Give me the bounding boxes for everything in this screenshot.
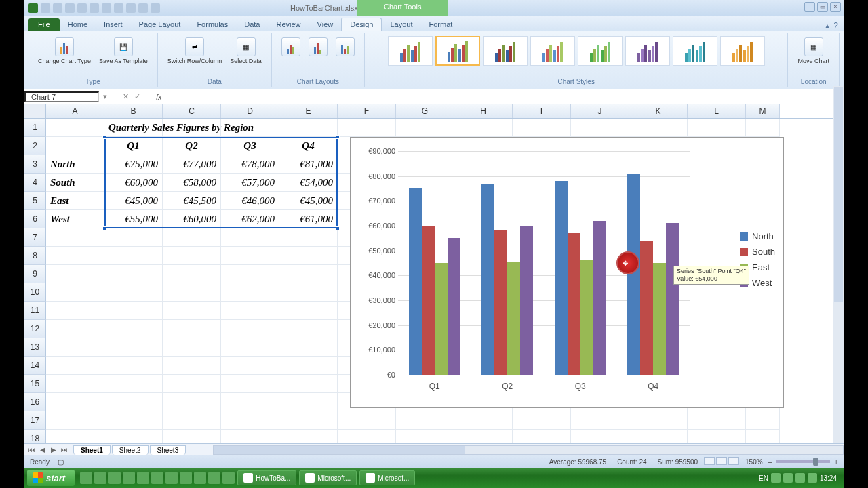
tab-data[interactable]: Data	[236, 18, 268, 30]
bar-West-Q3[interactable]	[593, 221, 606, 375]
cell-E7[interactable]	[279, 228, 338, 247]
row-header-6[interactable]: 6	[24, 210, 46, 228]
row-header-12[interactable]: 12	[24, 320, 46, 338]
prev-sheet-button[interactable]: ◀	[38, 446, 47, 453]
embedded-chart[interactable]: €0€10,000€20,000€30,000€40,000€50,000€60…	[350, 137, 784, 408]
cell-D1[interactable]	[221, 119, 279, 137]
view-buttons[interactable]	[703, 457, 740, 466]
zoom-slider[interactable]	[776, 460, 830, 463]
cell-B8[interactable]	[104, 247, 163, 265]
cell-A10[interactable]	[46, 283, 104, 302]
cell-E11[interactable]	[279, 302, 338, 320]
col-header-F[interactable]: F	[338, 104, 396, 118]
cell-A6[interactable]: West	[46, 210, 104, 228]
chart-style-8[interactable]	[720, 36, 765, 66]
bar-North-Q1[interactable]	[409, 188, 422, 375]
cell-B16[interactable]	[104, 393, 163, 411]
next-sheet-button[interactable]: ▶	[49, 446, 58, 453]
cell-C8[interactable]	[163, 247, 221, 265]
bar-North-Q3[interactable]	[555, 181, 568, 375]
cell-B13[interactable]	[104, 338, 163, 357]
cell-K17[interactable]	[629, 411, 688, 430]
select-all-corner[interactable]	[24, 104, 46, 118]
cell-C11[interactable]	[163, 302, 221, 320]
row-header-1[interactable]: 1	[24, 119, 46, 137]
cell-C1[interactable]	[163, 119, 221, 137]
legend-item-South[interactable]: South	[740, 247, 775, 257]
cell-E2[interactable]: Q4	[279, 137, 338, 155]
cell-E14[interactable]	[279, 357, 338, 375]
cell-A17[interactable]	[46, 411, 104, 430]
row-header-2[interactable]: 2	[24, 137, 46, 155]
horizontal-scrollbar[interactable]	[213, 445, 844, 455]
cell-C13[interactable]	[163, 338, 221, 357]
bar-South-Q4[interactable]	[640, 241, 653, 375]
bar-South-Q2[interactable]	[494, 230, 507, 375]
cell-A11[interactable]	[46, 302, 104, 320]
close-button[interactable]: ×	[830, 2, 841, 12]
cell-E17[interactable]	[279, 411, 338, 430]
worksheet-grid[interactable]: ABCDEFGHIJKLM 12345678910111213141516171…	[24, 104, 844, 450]
task-item-1[interactable]: HowToBa...	[237, 470, 296, 485]
cell-A15[interactable]	[46, 375, 104, 393]
cell-E6[interactable]: €61,000	[279, 210, 338, 228]
cell-E13[interactable]	[279, 338, 338, 357]
tab-view[interactable]: View	[309, 18, 342, 30]
cell-D5[interactable]: €46,000	[221, 192, 279, 210]
col-header-I[interactable]: I	[513, 104, 571, 118]
cell-B1[interactable]: Quarterly Sales Figures by Region	[104, 119, 163, 137]
cell-C10[interactable]	[163, 283, 221, 302]
vertical-scrollbar[interactable]	[833, 86, 844, 443]
plot-area[interactable]: €0€10,000€20,000€30,000€40,000€50,000€60…	[398, 151, 690, 375]
cell-B17[interactable]	[104, 411, 163, 430]
system-tray[interactable]: EN 13:24	[759, 473, 841, 483]
bar-East-Q4[interactable]	[653, 263, 666, 375]
cell-D9[interactable]	[221, 265, 279, 283]
row-header-14[interactable]: 14	[24, 357, 46, 375]
cell-A2[interactable]	[46, 137, 104, 155]
cell-G17[interactable]	[396, 411, 454, 430]
cell-B6[interactable]: €55,000	[104, 210, 163, 228]
cell-A1[interactable]	[46, 119, 104, 137]
cell-E8[interactable]	[279, 247, 338, 265]
cell-C14[interactable]	[163, 357, 221, 375]
bar-North-Q2[interactable]	[481, 184, 494, 375]
cell-A7[interactable]	[46, 228, 104, 247]
row-header-17[interactable]: 17	[24, 411, 46, 430]
last-sheet-button[interactable]: ⏭	[60, 446, 69, 453]
clock[interactable]: 13:24	[820, 474, 837, 482]
minimize-ribbon-icon[interactable]: ▴	[825, 21, 829, 30]
cell-E16[interactable]	[279, 393, 338, 411]
cell-C4[interactable]: €58,000	[163, 174, 221, 192]
row-header-10[interactable]: 10	[24, 283, 46, 302]
minimize-button[interactable]: –	[804, 2, 815, 12]
cell-B9[interactable]	[104, 265, 163, 283]
maximize-button[interactable]: ▭	[817, 2, 828, 12]
cell-J17[interactable]	[571, 411, 629, 430]
row-header-5[interactable]: 5	[24, 192, 46, 210]
col-header-B[interactable]: B	[104, 104, 163, 118]
cell-D16[interactable]	[221, 393, 279, 411]
col-header-A[interactable]: A	[46, 104, 104, 118]
chart-style-5[interactable]	[578, 36, 623, 66]
cell-I17[interactable]	[513, 411, 571, 430]
save-as-template-button[interactable]: 💾 Save As Template	[96, 36, 151, 66]
cell-B10[interactable]	[104, 283, 163, 302]
cell-B14[interactable]	[104, 357, 163, 375]
row-header-8[interactable]: 8	[24, 247, 46, 265]
chart-style-4[interactable]	[530, 36, 575, 66]
chart-styles-gallery[interactable]	[388, 33, 765, 66]
tab-file[interactable]: File	[28, 18, 60, 30]
cell-E10[interactable]	[279, 283, 338, 302]
sheet-tab-1[interactable]: Sheet1	[73, 445, 111, 455]
cell-E15[interactable]	[279, 375, 338, 393]
row-header-13[interactable]: 13	[24, 338, 46, 357]
cell-D13[interactable]	[221, 338, 279, 357]
cell-B11[interactable]	[104, 302, 163, 320]
cell-D8[interactable]	[221, 247, 279, 265]
col-header-J[interactable]: J	[571, 104, 629, 118]
cell-B15[interactable]	[104, 375, 163, 393]
col-header-E[interactable]: E	[279, 104, 338, 118]
help-icon[interactable]: ?	[833, 21, 838, 30]
cell-C9[interactable]	[163, 265, 221, 283]
